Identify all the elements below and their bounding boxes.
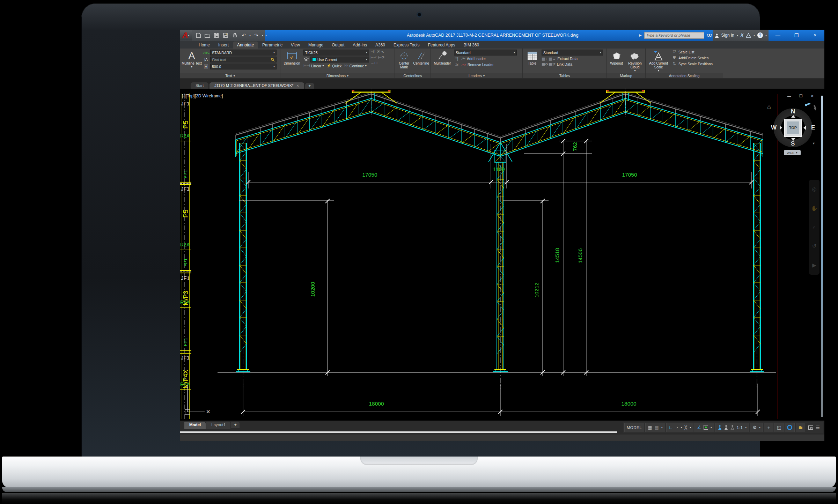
extract-data-button[interactable]: ▦→Extract Data [549, 57, 578, 61]
navigation-bar[interactable]: ◎ ✋ ⌕ ↺ ▶ [809, 180, 819, 275]
qat-customize-icon[interactable]: ▾ [265, 34, 267, 37]
model-space-badge[interactable]: MODEL [624, 423, 644, 432]
table-button[interactable]: Table [524, 50, 540, 73]
clean-screen-toggle[interactable] [808, 425, 813, 430]
a360-connect-icon[interactable] [746, 33, 751, 38]
workspace-gear-icon[interactable]: ⚙ [752, 425, 757, 430]
command-line-strip[interactable] [180, 431, 617, 433]
zoom-extents-icon[interactable]: ⌕ [813, 224, 816, 230]
file-tab-start[interactable]: Start [191, 82, 208, 89]
snap-mode-toggle[interactable]: ▦ [654, 425, 659, 430]
table-update-icon[interactable]: ▦⟳ [542, 62, 547, 67]
new-tab-button[interactable]: + [305, 83, 314, 89]
add-delete-scales-button[interactable]: Add/Delete Scales [678, 56, 708, 60]
plot-button[interactable] [231, 32, 238, 38]
ribbon-tab-annotate[interactable]: Annotate [233, 42, 258, 49]
multileader-style-select[interactable]: Standard▾ [454, 50, 517, 55]
isodraft-toggle[interactable]: ╳ [684, 425, 687, 430]
autodesk-exchange-icon[interactable]: X [741, 33, 743, 38]
autoscale-toggle[interactable] [724, 425, 728, 430]
search-expand-icon[interactable]: ▶ [639, 34, 642, 37]
polar-dropdown-icon[interactable]: ▾ [681, 426, 682, 429]
ribbon-tab-insert[interactable]: Insert [214, 42, 233, 49]
dim-adjust-icon[interactable]: ⊢✓ ⊢⟳ [370, 55, 391, 60]
showmotion-icon[interactable]: ▶ [812, 262, 816, 268]
isolate-objects-toggle[interactable]: ◱ [777, 425, 781, 430]
ribbon-tab-manage[interactable]: Manage [304, 42, 327, 49]
redo-dropdown-icon[interactable]: ▾ [262, 34, 263, 37]
object-snap-toggle[interactable] [704, 425, 708, 430]
ribbon-tab-express-tools[interactable]: Express Tools [390, 42, 423, 49]
graphics-performance-icon[interactable]: 🖿 [798, 425, 803, 430]
ribbon-tab-add-ins[interactable]: Add-ins [349, 42, 371, 49]
viewcube-south[interactable]: S [791, 140, 795, 147]
viewcube-menu-icon[interactable]: ▼ [812, 142, 815, 145]
viewcube-west[interactable]: W [771, 124, 777, 131]
multiline-text-button[interactable]: A Multiline Text▾ [182, 50, 202, 73]
help-search-input[interactable]: Type a keyword or phrase [644, 32, 704, 39]
sync-scale-positions-button[interactable]: Sync Scale Positions [678, 62, 713, 66]
dim-style-select[interactable]: TICK25▾ [303, 50, 369, 55]
quick-dim-button[interactable]: ⚡Quick [326, 64, 341, 68]
ribbon-tab-view[interactable]: View [287, 42, 304, 49]
osnap-dropdown-icon[interactable]: ▾ [711, 426, 712, 429]
ribbon-tab-output[interactable]: Output [328, 42, 348, 49]
viewcube-arrow-north-icon[interactable] [791, 115, 795, 118]
autocad-app-menu-button[interactable]: A▾ [180, 30, 192, 40]
find-text-input[interactable]: Find text [210, 57, 277, 62]
hardware-acceleration-toggle[interactable] [787, 425, 792, 430]
navigation-wheel-icon[interactable]: ◎ [812, 186, 816, 192]
text-panel-footer[interactable]: Text▾ [180, 73, 280, 78]
dim-break-icon[interactable]: ⊣† 🗵 ∿ [370, 50, 391, 54]
pan-icon[interactable]: ✋ [811, 205, 818, 212]
annotation-monitor-toggle[interactable]: ＋ [766, 424, 771, 431]
table-cell-icon[interactable]: ▦↓ [542, 57, 547, 61]
scale-list-button[interactable]: Scale List [678, 50, 694, 54]
ribbon-tab-featured-apps[interactable]: Featured Apps [424, 42, 459, 49]
new-file-button[interactable] [195, 32, 202, 38]
annotation-scale-icon[interactable] [730, 425, 734, 430]
snap-dropdown-icon[interactable]: ▾ [661, 426, 663, 429]
dim-update-icon[interactable]: →⊡ [370, 61, 391, 65]
undo-button[interactable]: ↶ [240, 32, 247, 38]
file-tab-drawing[interactable]: J1170-M-2 GENERA...ENT OF STEELWORK*✕ [210, 82, 304, 89]
viewcube-top-face[interactable]: TOP [784, 119, 802, 137]
viewcube-arrow-south-icon[interactable] [791, 138, 795, 141]
viewcube-wcs-menu[interactable]: WCS▼ [784, 150, 801, 155]
object-snap-tracking-toggle[interactable]: ∠ [697, 425, 701, 430]
viewport-controls-label[interactable]: [-][Top][2D Wireframe] [182, 94, 223, 98]
polar-tracking-toggle[interactable]: ◔ [675, 425, 678, 430]
new-layout-button[interactable]: + [231, 422, 240, 428]
text-style-select[interactable]: STANDARD▾ [210, 50, 277, 55]
sign-in-label[interactable]: Sign In [721, 33, 734, 38]
viewcube-home-icon[interactable]: ⌂ [767, 103, 771, 111]
add-current-scale-button[interactable]: Add Current Scale▾ [647, 50, 670, 73]
open-file-button[interactable] [204, 32, 211, 38]
layout1-tab[interactable]: Layout1 [206, 422, 230, 429]
multileader-button[interactable]: Multileader [432, 50, 453, 73]
viewcube-arrow-east-icon[interactable] [803, 126, 806, 130]
link-data-button[interactable]: ▦⇄Link Data [549, 62, 572, 67]
leader-collect-icon[interactable]: ⇶ [454, 57, 460, 61]
restore-button[interactable]: ❐ [791, 32, 802, 38]
revision-cloud-button[interactable]: Revision Cloud▾ [626, 50, 644, 73]
help-dropdown-icon[interactable]: ▾ [765, 34, 767, 37]
leaders-panel-footer[interactable]: Leaders▾ [431, 73, 522, 78]
viewcube-arrow-west-icon[interactable] [780, 126, 782, 130]
ribbon-tab-a360[interactable]: A360 [372, 42, 389, 49]
table-style-select[interactable]: Standard▾ [542, 50, 603, 55]
help-icon[interactable]: ? [757, 32, 763, 38]
dimensions-panel-footer[interactable]: Dimensions▾ [280, 73, 395, 78]
grid-display-toggle[interactable]: ▦ [648, 425, 652, 430]
undo-dropdown-icon[interactable]: ▾ [249, 34, 251, 37]
remove-leader-button[interactable]: ↗×Remove Leader [461, 62, 494, 67]
connect-dropdown-icon[interactable]: ▾ [754, 34, 755, 37]
continue-dim-button[interactable]: ⊦⊦Continue▾ [344, 64, 367, 68]
isodraft-dropdown-icon[interactable]: ▾ [690, 426, 691, 429]
wipeout-button[interactable]: Wipeout [608, 50, 625, 73]
minimize-button[interactable]: — [773, 32, 783, 38]
close-button[interactable]: × [810, 32, 820, 38]
viewcube-north[interactable]: N [791, 108, 795, 115]
annotation-visibility-toggle[interactable] [718, 425, 722, 430]
save-as-button[interactable] [222, 32, 229, 38]
